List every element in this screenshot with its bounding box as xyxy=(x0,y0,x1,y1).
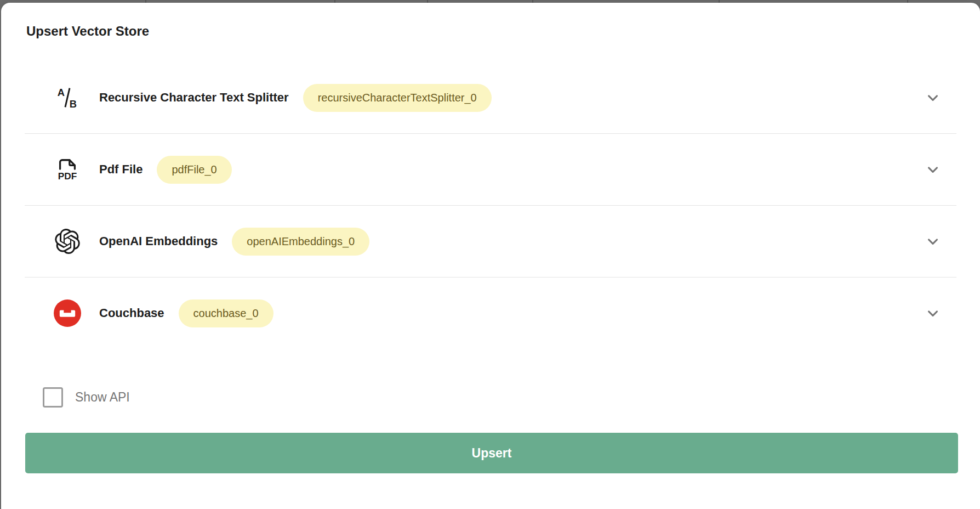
node-id-badge: recursiveCharacterTextSplitter_0 xyxy=(303,84,492,112)
node-label: Couchbase xyxy=(99,306,164,320)
node-id-badge: pdfFile_0 xyxy=(157,156,231,184)
node-accordion-list: A B Recursive Character Text Splitter re… xyxy=(25,62,956,349)
chevron-down-icon[interactable] xyxy=(925,233,941,250)
upsert-button[interactable]: Upsert xyxy=(25,433,958,473)
chevron-down-icon[interactable] xyxy=(925,305,941,321)
node-label: OpenAI Embeddings xyxy=(99,234,218,248)
accordion-row-openai-embeddings[interactable]: OpenAI Embeddings openAIEmbeddings_0 xyxy=(25,205,956,277)
svg-text:A: A xyxy=(58,87,65,98)
upsert-vector-store-dialog: Upsert Vector Store A B Recursive Charac… xyxy=(1,3,980,509)
node-id-badge: openAIEmbeddings_0 xyxy=(232,228,369,256)
show-api-row: Show API xyxy=(43,387,980,408)
accordion-row-couchbase[interactable]: Couchbase couchbase_0 xyxy=(25,277,956,349)
svg-text:PDF: PDF xyxy=(58,171,77,182)
accordion-row-text-splitter[interactable]: A B Recursive Character Text Splitter re… xyxy=(25,62,956,133)
accordion-row-pdf-file[interactable]: PDF Pdf File pdfFile_0 xyxy=(25,133,956,205)
chevron-down-icon[interactable] xyxy=(925,161,941,178)
node-id-badge: couchbase_0 xyxy=(179,299,274,327)
svg-text:B: B xyxy=(70,98,77,110)
chevron-down-icon[interactable] xyxy=(925,89,941,106)
ab-split-icon: A B xyxy=(53,83,82,112)
dialog-title: Upsert Vector Store xyxy=(26,24,980,39)
openai-logo-icon xyxy=(53,227,82,256)
show-api-checkbox[interactable] xyxy=(43,387,63,408)
pdf-file-icon: PDF xyxy=(53,155,82,184)
show-api-label: Show API xyxy=(75,390,130,405)
node-label: Recursive Character Text Splitter xyxy=(99,91,289,105)
node-label: Pdf File xyxy=(99,162,143,177)
couchbase-logo-icon xyxy=(53,299,82,327)
